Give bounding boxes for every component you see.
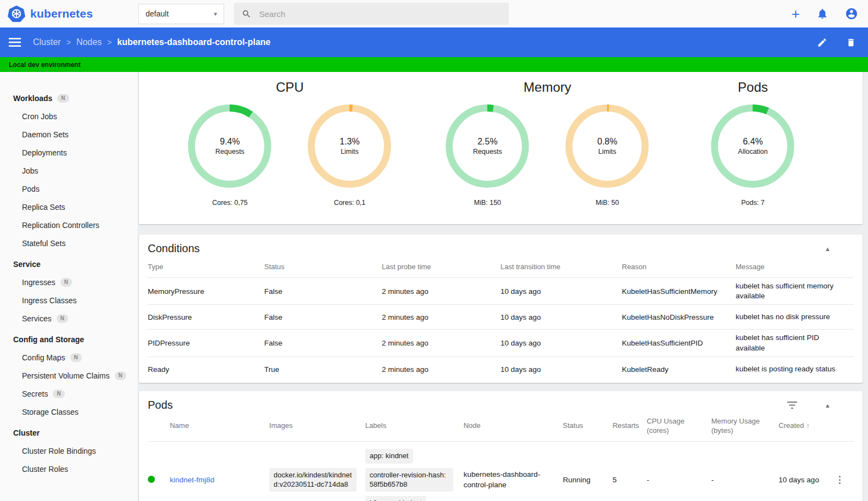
table-cell-last-transition-time: 10 days ago [500, 330, 622, 357]
gauge-row: 9.4%RequestsCores: 0,751.3%LimitsCores: … [183, 101, 396, 207]
pods-filter-button[interactable] [785, 399, 799, 411]
sidebar-item-label: Replication Controllers [22, 221, 99, 230]
sidebar-section-cluster: Cluster [0, 424, 137, 442]
chevron-up-icon: ▲ [825, 402, 831, 409]
column-header-labels: Labels [365, 411, 464, 441]
new-badge: N [70, 353, 82, 362]
table-cell-last-probe-time: 2 minutes ago [382, 278, 500, 305]
sidebar-item-jobs[interactable]: Jobs [0, 162, 137, 180]
sidebar-item-replication-controllers[interactable]: Replication Controllers [0, 216, 137, 234]
table-cell-message: kubelet has sufficient PID available [736, 330, 854, 357]
sidebar-item-services[interactable]: ServicesN [0, 309, 137, 327]
new-badge: N [57, 94, 69, 103]
table-cell-labels: app: kindnetcontroller-revision-hash: 58… [365, 441, 464, 501]
search-input[interactable] [259, 9, 501, 19]
pencil-icon [817, 37, 827, 48]
sidebar-item-cluster-roles[interactable]: Cluster Roles [0, 460, 137, 478]
donut-gauge-memory-limits: 0.8%LimitsMiB: 50 [560, 101, 654, 207]
sidebar-item-secrets[interactable]: SecretsN [0, 385, 137, 403]
sidebar-item-cron-jobs[interactable]: Cron Jobs [0, 107, 137, 125]
gauge-center: 6.4%Allocation [707, 101, 798, 192]
table-cell-type: Ready [148, 357, 264, 381]
column-header-cpu-usage-cores: CPU Usage (cores) [647, 411, 711, 441]
table-cell-last-transition-time: 10 days ago [500, 305, 622, 330]
sidebar-item-stateful-sets[interactable]: Stateful Sets [0, 234, 137, 252]
column-header-memory-usage-bytes: Memory Usage (bytes) [711, 411, 779, 441]
table-cell-name: kindnet-fmj8d [170, 441, 269, 501]
table-cell-reason: KubeletReady [622, 357, 736, 381]
namespace-select[interactable]: default ▾ [138, 4, 224, 24]
pod-name-link[interactable]: kindnet-fmj8d [170, 476, 214, 484]
gauge-ring: 0.8%Limits [561, 101, 653, 192]
main-content: CPU9.4%RequestsCores: 0,751.3%LimitsCore… [137, 72, 868, 501]
sidebar-item-label: Ingresses [22, 278, 55, 287]
table-cell-actions: ⋮ [835, 441, 854, 501]
sidebar-item-storage-classes[interactable]: Storage Classes [0, 403, 137, 421]
label-chip: controller-revision-hash: 58f5b657b8 [365, 468, 453, 492]
edit-button[interactable] [817, 37, 827, 48]
table-cell-status: True [264, 357, 382, 381]
new-badge: N [53, 389, 64, 398]
sidebar-section-workloads: WorkloadsN [0, 90, 137, 107]
breadcrumb-link-nodes[interactable]: Nodes [76, 37, 102, 47]
table-cell-type: DiskPressure [148, 305, 264, 330]
column-header-message: Message [736, 255, 854, 278]
new-badge: N [115, 371, 126, 380]
column-header-status-icon [148, 411, 170, 441]
topbar: kubernetes default ▾ + [0, 0, 868, 27]
gauge-percent: 6.4% [743, 137, 763, 147]
create-button[interactable]: + [792, 7, 800, 21]
sidebar-item-label: Ingress Classes [22, 296, 77, 305]
sidebar-item-daemon-sets[interactable]: Daemon Sets [0, 125, 137, 143]
donut-gauge-cpu-requests: 9.4%RequestsCores: 0,75 [183, 101, 276, 207]
sidebar-item-label: Config Maps [22, 353, 65, 362]
pods-collapse-button[interactable]: ▲ [822, 399, 833, 411]
sidebar-item-cluster-role-bindings[interactable]: Cluster Role Bindings [0, 442, 137, 460]
sidebar-item-label: Secrets [22, 389, 48, 398]
chart-group-title: Pods [738, 80, 768, 95]
gauge-label: Requests [473, 148, 502, 155]
notifications-button[interactable] [816, 8, 828, 20]
gauge-center: 1.3%Limits [304, 101, 395, 192]
conditions-collapse-button[interactable]: ▲ [822, 242, 833, 255]
delete-button[interactable] [846, 37, 856, 48]
conditions-title: Conditions [148, 242, 200, 255]
breadcrumb: Cluster > Nodes > kubernetes-dashboard-c… [33, 37, 270, 47]
table-cell-last-probe-time: 2 minutes ago [382, 330, 500, 357]
gauge-caption: Cores: 0,75 [212, 199, 248, 207]
column-header-created[interactable]: Created↑ [778, 411, 834, 441]
sidebar-item-ingress-classes[interactable]: Ingress Classes [0, 291, 137, 309]
column-header-status: Status [563, 411, 613, 441]
sidebar-section-config-and-storage: Config and Storage [0, 331, 137, 348]
sidebar-item-ingresses[interactable]: IngressesN [0, 273, 137, 291]
gauge-ring: 1.3%Limits [304, 101, 395, 192]
table-cell-reason: KubeletHasSufficientMemory [622, 278, 736, 305]
gauge-percent: 1.3% [340, 137, 359, 147]
sidebar-item-replica-sets[interactable]: Replica Sets [0, 198, 137, 216]
row-menu-button[interactable]: ⋮ [835, 474, 844, 486]
table-cell-status: False [264, 305, 382, 330]
kubernetes-wheel-icon [8, 5, 25, 23]
sidebar-item-label: Stateful Sets [22, 239, 65, 248]
donut-gauge-pods-allocation: 6.4%AllocationPods: 7 [706, 101, 799, 207]
namespace-value: default [146, 9, 169, 18]
sidebar-section-service: Service [0, 255, 137, 273]
table-row: ReadyTrue2 minutes ago10 days agoKubelet… [148, 357, 854, 381]
gauge-label: Allocation [738, 148, 767, 155]
sidebar-item-config-maps[interactable]: Config MapsN [0, 348, 137, 366]
conditions-table: TypeStatusLast probe timeLast transition… [148, 255, 854, 381]
sidebar-item-deployments[interactable]: Deployments [0, 143, 137, 162]
table-cell-images: docker.io/kindest/kindnetd:v20230511-dc7… [269, 441, 365, 501]
trash-icon [846, 37, 856, 48]
gauge-ring: 6.4%Allocation [707, 101, 798, 192]
menu-button[interactable] [9, 38, 21, 47]
table-cell-created: 10 days ago [778, 441, 834, 501]
kubernetes-logo[interactable]: kubernetes [8, 5, 138, 23]
account-button[interactable] [845, 7, 858, 20]
conditions-card: Conditions ▲ TypeStatusLast probe timeLa… [139, 235, 863, 383]
sidebar-item-label: Services [22, 314, 52, 323]
chart-group-title: Memory [524, 80, 571, 95]
sidebar-item-pods[interactable]: Pods [0, 180, 137, 198]
sidebar-item-persistent-volume-claims[interactable]: Persistent Volume ClaimsN [0, 366, 137, 385]
breadcrumb-link-cluster[interactable]: Cluster [33, 37, 61, 47]
